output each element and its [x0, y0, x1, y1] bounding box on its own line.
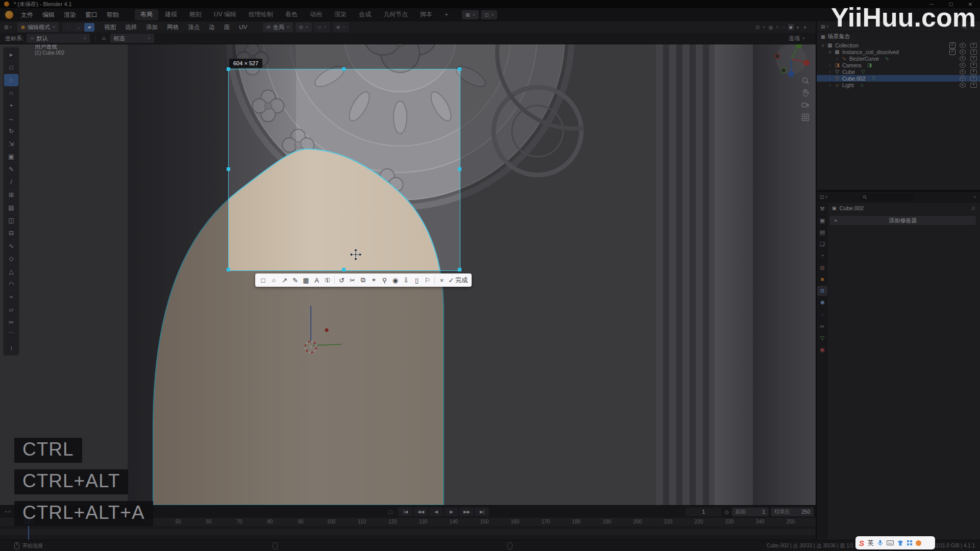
menu-1[interactable]: 编辑	[38, 11, 59, 19]
tool-button-9[interactable]: ✎	[4, 163, 18, 176]
ellipse-tool[interactable]: ○	[268, 274, 279, 286]
playback-next-keyframe[interactable]: ▶▶	[459, 507, 474, 516]
record-icon[interactable]: ◉	[390, 274, 401, 286]
hide-eye-toggle[interactable]	[960, 49, 966, 55]
pen-tool[interactable]: ✎	[290, 274, 301, 286]
workspace-tab-11[interactable]: +	[439, 10, 454, 20]
workspace-tab-4[interactable]: 纹理绘制	[243, 9, 279, 20]
viewport-menu-7[interactable]: UV	[234, 24, 252, 30]
selection-handle[interactable]	[342, 268, 346, 271]
zoom-icon[interactable]	[801, 77, 810, 85]
tool-button-2[interactable]: ◌	[4, 74, 18, 86]
mode-selector[interactable]: ▣ 编辑模式 ∨	[17, 22, 59, 32]
ime-lang-toggle[interactable]: 英	[868, 539, 874, 547]
ime-smiley-icon[interactable]	[916, 540, 921, 546]
tool-button-6[interactable]: ↻	[4, 125, 18, 137]
tool-button-15[interactable]: ∿	[4, 240, 18, 252]
undo-icon[interactable]: ↺	[336, 274, 347, 286]
copy-icon[interactable]: ⧉	[358, 274, 369, 286]
exclude-checkbox[interactable]: ✓	[949, 42, 955, 48]
tab-render[interactable]: ▣	[817, 215, 827, 226]
viewport-menu-2[interactable]: 添加	[141, 23, 162, 31]
snap-toggle[interactable]: ∪∨	[314, 22, 330, 32]
keying-clock-icon[interactable]: ◷	[724, 509, 729, 515]
text-tool[interactable]: A	[311, 274, 322, 286]
ime-keyboard-icon[interactable]	[887, 540, 894, 545]
expander-icon[interactable]: ∨	[821, 43, 825, 48]
disable-render-toggle[interactable]	[970, 43, 977, 48]
playback-jump-end[interactable]: ▶|	[475, 507, 489, 516]
tab-data[interactable]: ▽	[817, 333, 827, 343]
shading-rendered-icon[interactable]: ◑	[803, 24, 806, 30]
viewport-menu-6[interactable]: 面	[219, 23, 235, 31]
blender-menu-icon[interactable]	[5, 11, 13, 19]
current-frame-field[interactable]: 1	[685, 508, 721, 516]
download-icon[interactable]: ⇩	[401, 274, 411, 286]
shading-wireframe-icon[interactable]: ◌	[781, 24, 785, 30]
tool-button-13[interactable]: ◫	[4, 214, 18, 227]
add-modifier-button[interactable]: + 添加修改器	[830, 216, 976, 225]
mosaic-tool[interactable]: ▦	[301, 274, 311, 286]
hide-eye-toggle[interactable]	[960, 63, 966, 68]
tab-particles[interactable]: ✱	[817, 297, 827, 308]
tool-button-7[interactable]: ⇲	[4, 138, 18, 150]
workspace-tab-1[interactable]: 建模	[159, 9, 183, 20]
outliner-row-Camera[interactable]: ›◨Camera◨	[817, 62, 980, 68]
outliner-row-Instance_coil_dissolved[interactable]: ∨▦Instance_coil_dissolved✓	[817, 48, 980, 55]
transform-orientation[interactable]: ⇄ 全局 ∨	[263, 22, 293, 32]
tab-physics[interactable]: ◌	[817, 309, 827, 319]
tool-button-19[interactable]: ≈	[4, 291, 18, 303]
hide-eye-toggle[interactable]	[960, 56, 966, 61]
selection-handle[interactable]	[227, 167, 230, 171]
expander-icon[interactable]: ∨	[828, 49, 832, 55]
selection-handle[interactable]	[227, 268, 230, 271]
disable-render-toggle[interactable]	[970, 83, 977, 88]
disable-render-toggle[interactable]	[970, 76, 977, 81]
tab-modifiers[interactable]: ⚙	[817, 286, 827, 296]
select-box-dropdown[interactable]: 框选 ∨	[110, 34, 154, 43]
properties-editor-icon[interactable]: ◫	[820, 194, 824, 199]
disable-render-toggle[interactable]	[970, 69, 977, 74]
expander-icon[interactable]: ›	[828, 83, 832, 88]
selection-handle[interactable]	[458, 67, 461, 71]
pivot-point[interactable]: ◎∨	[296, 22, 312, 32]
number-tool[interactable]: ①	[322, 274, 333, 286]
playback-play-reverse[interactable]: ◀	[429, 507, 443, 516]
workspace-tab-8[interactable]: 合成	[353, 9, 377, 20]
expander-icon[interactable]: ›	[828, 76, 832, 81]
tool-button-3[interactable]: ∩	[4, 87, 18, 99]
tab-tool[interactable]: ⚒	[817, 204, 827, 214]
workspace-tab-10[interactable]: 脚本	[414, 9, 438, 20]
selection-handle[interactable]	[227, 67, 230, 71]
tab-output[interactable]: ▤	[817, 227, 827, 237]
exclude-checkbox[interactable]: ✓	[949, 49, 955, 55]
sogou-logo-icon[interactable]: S	[859, 539, 864, 547]
hide-eye-toggle[interactable]	[960, 76, 966, 81]
tool-button-4[interactable]: +	[4, 99, 18, 112]
tool-button-23[interactable]: ↕	[4, 342, 18, 354]
rect-tool[interactable]: □	[258, 274, 268, 286]
viewlayer-selector[interactable]: ◫∨	[481, 10, 498, 19]
tool-button-8[interactable]: ▣	[4, 151, 18, 163]
frame-start-field[interactable]: 起始 1	[732, 508, 769, 516]
selection-handle[interactable]	[458, 268, 461, 271]
options-dropdown[interactable]: 选项 ∨	[785, 34, 808, 43]
tool-button-10[interactable]: /	[4, 176, 18, 188]
tab-scene[interactable]: ◔	[817, 251, 827, 261]
tool-button-14[interactable]: ⊟	[4, 227, 18, 239]
tool-button-18[interactable]: ◠	[4, 278, 18, 290]
disable-render-toggle[interactable]	[970, 56, 977, 61]
done-check-icon[interactable]: ✓	[447, 274, 455, 286]
outliner-row-Cube.002[interactable]: ›▽Cube.002▽	[817, 75, 980, 82]
disable-render-toggle[interactable]	[970, 63, 977, 68]
menu-0[interactable]: 文件	[16, 11, 38, 19]
close-icon[interactable]: ×	[436, 274, 447, 286]
ocr-icon[interactable]: ⌖	[369, 274, 379, 286]
tab-object[interactable]: ■	[817, 274, 827, 284]
expander-icon[interactable]: ›	[828, 63, 832, 68]
bookmark-icon[interactable]: ⚐	[422, 274, 433, 286]
show-gizmo-icon[interactable]: ⊙	[755, 24, 760, 30]
timeline-editor-icon[interactable]: ◔	[4, 509, 7, 515]
workspace-tab-7[interactable]: 渲染	[329, 9, 352, 20]
shading-material-icon[interactable]: ◐	[797, 24, 800, 30]
